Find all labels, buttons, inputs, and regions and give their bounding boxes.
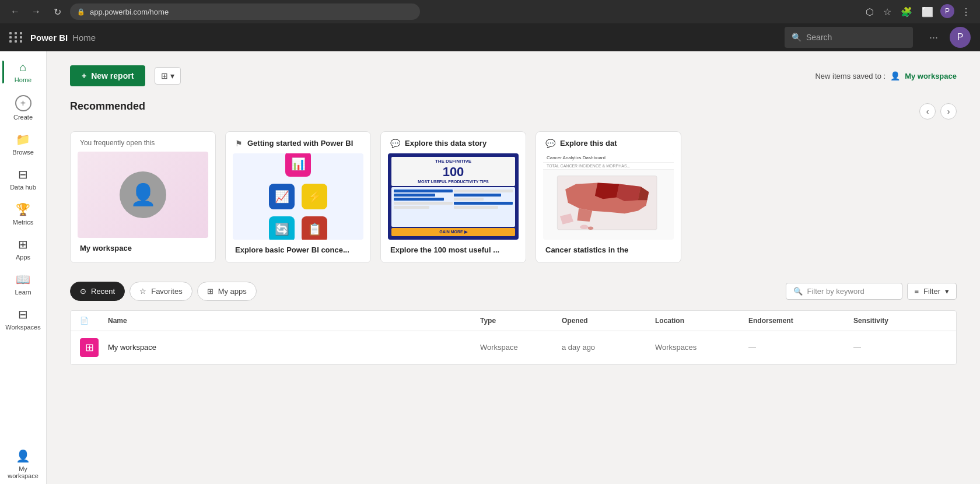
new-report-icon: + — [82, 71, 86, 80]
profile-icon[interactable]: P — [940, 4, 954, 18]
myworkspace-icon: 👤 — [16, 449, 30, 463]
chevron-down-icon: ▾ — [170, 71, 174, 80]
sidebar-home-label: Home — [15, 76, 32, 83]
report-100-header-box: THE DEFINITIVE 100 MOST USEFUL PRODUCTIV… — [391, 157, 515, 186]
browser-chrome: ← → ↻ 🔒 app.powerbi.com/home ⬡ ☆ 🧩 ⬜ P ⋮ — [0, 0, 980, 23]
more-menu-button[interactable]: ··· — [929, 31, 938, 44]
share-icon[interactable]: ⬡ — [863, 4, 876, 20]
sidebar-item-create[interactable]: + Create — [2, 90, 44, 125]
col-name-label: Name — [108, 317, 127, 325]
forward-button[interactable]: → — [28, 3, 44, 20]
row-type: Workspace — [480, 343, 562, 352]
sidebar-item-metrics[interactable]: 🏆 Metrics — [2, 198, 44, 230]
menu-icon[interactable]: ⋮ — [959, 4, 973, 20]
report-100-number: 100 — [394, 164, 513, 180]
card-header-cancer: 💬 Explore this dat — [536, 132, 681, 153]
view-toggle-button[interactable]: ⊞ ▾ — [155, 67, 181, 85]
extensions-icon[interactable]: 🧩 — [898, 4, 915, 20]
col-name[interactable]: Name — [108, 317, 480, 325]
tab-recent[interactable]: ⊙ Recent — [70, 282, 125, 301]
back-button[interactable]: ← — [7, 3, 23, 20]
cancer-dashboard-label: Cancer Analytics Dashboard — [547, 155, 606, 160]
card-100tips[interactable]: 💬 Explore this data story THE DEFINITIVE… — [380, 131, 526, 263]
usa-map-svg — [550, 173, 667, 240]
filter-button[interactable]: ≡ Filter ▾ — [907, 283, 957, 300]
cancer-map-title-bar: Cancer Analytics Dashboard — [543, 153, 674, 163]
myapps-icon: ⊞ — [207, 287, 214, 296]
row-endorsement: — — [748, 343, 853, 352]
search-icon: 🔍 — [792, 33, 802, 42]
col-opened[interactable]: Opened — [562, 317, 655, 325]
sidebar-item-learn[interactable]: 📖 Learn — [2, 268, 44, 300]
new-report-button[interactable]: + New report — [70, 65, 145, 86]
next-arrow-button[interactable]: › — [940, 103, 957, 120]
sidebar-item-datahub[interactable]: ⊟ Data hub — [2, 163, 44, 195]
content-tabs-row: ⊙ Recent ☆ Favorites ⊞ My apps 🔍 Filter … — [70, 282, 957, 301]
browse-icon: 📁 — [16, 132, 30, 146]
recent-icon: ⊙ — [80, 287, 86, 296]
cancer-map-subtitle-bar: TOTAL CANCER INCIDENCE & MORPHAS... — [543, 163, 674, 170]
top-bar: Power BI Home 🔍 Search ··· P — [0, 23, 980, 51]
sidebar-apps-label: Apps — [16, 254, 30, 261]
home-icon: ⌂ — [19, 61, 26, 74]
pbi-gold-icon: ⚡ — [302, 184, 327, 209]
card-getting-started[interactable]: ⚑ Getting started with Power BI 📊 📈 ⚡ 🔄 … — [225, 131, 371, 263]
report-100-col1 — [394, 190, 453, 225]
card-title-workspace: My workspace — [71, 238, 215, 261]
file-icon-header: 📄 — [80, 317, 89, 325]
filter-keyword-placeholder: Filter by keyword — [807, 287, 864, 296]
user-avatar[interactable]: P — [950, 27, 971, 48]
svg-point-2 — [588, 226, 593, 230]
recommended-cards: You frequently open this 👤 My workspace … — [70, 131, 957, 263]
sidebar-item-browse[interactable]: 📁 Browse — [2, 128, 44, 160]
search-box[interactable]: 🔍 Search — [785, 27, 913, 48]
refresh-button[interactable]: ↻ — [49, 3, 65, 20]
powerbi-icon-grid: 📊 📈 ⚡ 🔄 📋 — [260, 153, 337, 240]
sidebar-item-home[interactable]: ⌂ Home — [2, 56, 44, 88]
flag-icon: ⚑ — [235, 139, 243, 148]
tab-myapps[interactable]: ⊞ My apps — [197, 282, 257, 301]
table-row[interactable]: ⊞ My workspace Workspace a day ago Works… — [71, 331, 956, 364]
col-sensitivity[interactable]: Sensitivity — [853, 317, 947, 325]
filter-search-icon: 🔍 — [793, 287, 803, 296]
bar4 — [394, 202, 453, 205]
row-location: Workspaces — [655, 343, 748, 352]
col-endorsement-label: Endorsement — [748, 317, 793, 325]
bar3 — [394, 198, 444, 201]
browser-actions: ⬡ ☆ 🧩 ⬜ P ⋮ — [863, 4, 973, 20]
card-cancer-stats[interactable]: 💬 Explore this dat Cancer Analytics Dash… — [536, 131, 681, 263]
search-placeholder: Search — [806, 33, 832, 42]
sidebar-item-workspaces[interactable]: ⊟ Workspaces — [2, 303, 44, 335]
waffle-menu[interactable] — [9, 32, 23, 43]
app-name: Power BI — [30, 33, 68, 43]
prev-arrow-button[interactable]: ‹ — [919, 103, 936, 120]
pbi-report-icon: 📊 — [285, 153, 311, 177]
card-my-workspace[interactable]: You frequently open this 👤 My workspace — [70, 131, 216, 263]
col-sensitivity-label: Sensitivity — [853, 317, 888, 325]
col-location[interactable]: Location — [655, 317, 748, 325]
tab-favorites[interactable]: ☆ Favorites — [130, 282, 192, 301]
pbi-teal-icon: 🔄 — [269, 216, 295, 240]
bar5 — [394, 206, 429, 209]
tab-recent-label: Recent — [91, 287, 115, 296]
sidebar-item-myworkspace[interactable]: 👤 My workspace — [2, 444, 44, 484]
url-text: app.powerbi.com/home — [90, 8, 169, 16]
avatar-letter: P — [957, 32, 964, 43]
row-name: My workspace — [108, 343, 480, 352]
col-endorsement[interactable]: Endorsement — [748, 317, 853, 325]
cancer-map-content — [543, 170, 674, 240]
col-opened-label: Opened — [562, 317, 588, 325]
sidebar-item-apps[interactable]: ⊞ Apps — [2, 233, 44, 265]
filter-btn-label: Filter — [923, 287, 940, 296]
window-icon[interactable]: ⬜ — [919, 4, 936, 20]
filter-keyword-input[interactable]: 🔍 Filter by keyword — [786, 283, 902, 300]
row-sensitivity: — — [853, 343, 947, 352]
report-100-content: THE DEFINITIVE 100 MOST USEFUL PRODUCTIV… — [388, 153, 519, 240]
sidebar-browse-label: Browse — [12, 149, 34, 156]
sidebar: ⌂ Home + Create 📁 Browse ⊟ Data hub 🏆 Me… — [0, 51, 47, 484]
bar10 — [454, 206, 498, 209]
new-report-label: New report — [91, 71, 134, 80]
bookmark-icon[interactable]: ☆ — [881, 4, 894, 20]
col-type[interactable]: Type — [480, 317, 562, 325]
address-bar[interactable]: 🔒 app.powerbi.com/home — [70, 3, 420, 20]
